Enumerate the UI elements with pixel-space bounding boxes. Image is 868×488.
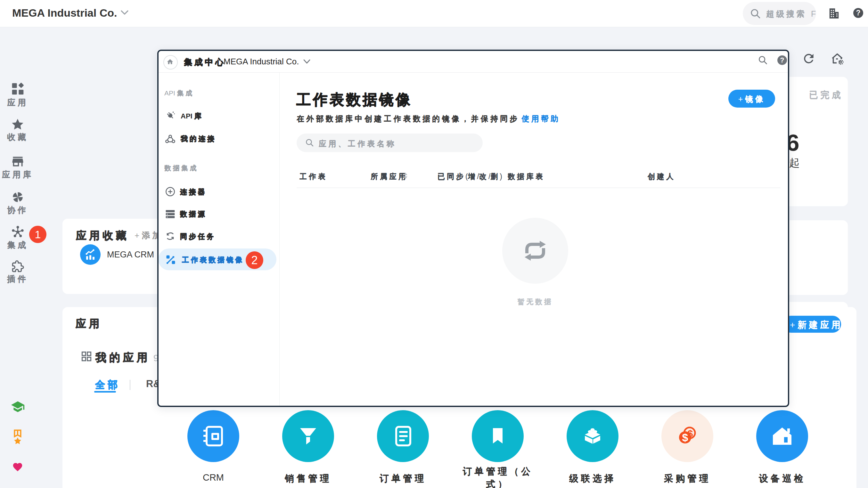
svg-text:$: $ [688,428,693,439]
